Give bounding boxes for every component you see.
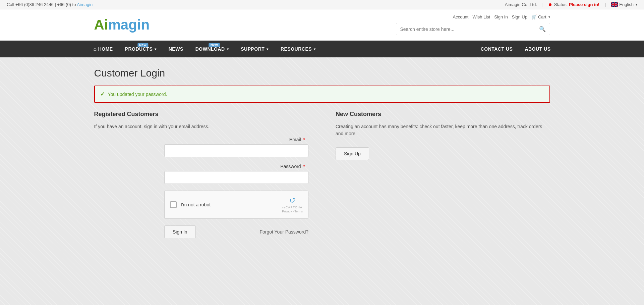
home-icon: ⌂ <box>94 46 97 52</box>
language-label: English <box>619 2 634 7</box>
status-label: Status: <box>554 2 568 7</box>
forgot-password-link[interactable]: Forgot Your Password? <box>259 229 308 235</box>
top-bar-left: Call +66 (0)86 246 2446 | +66 (0) to Aim… <box>7 2 93 7</box>
nav-item-download[interactable]: New DOWNLOAD ▾ <box>189 41 235 57</box>
signup-button[interactable]: Sign Up <box>336 147 369 160</box>
search-icon: 🔍 <box>539 26 546 32</box>
login-layout: Registered Customers If you have an acco… <box>94 111 550 238</box>
top-bar: Call +66 (0)86 246 2446 | +66 (0) to Aim… <box>0 0 644 9</box>
nav-contact-label: CONTACT US <box>481 46 513 52</box>
top-bar-right: Aimagin Co.,Ltd. | Status: Please sign i… <box>505 2 637 7</box>
email-field[interactable] <box>164 144 308 157</box>
success-text: You updated your password. <box>108 92 167 97</box>
status-container: Status: Please sign in! <box>549 2 599 7</box>
language-selector[interactable]: English ▾ <box>611 2 637 7</box>
nav-right: CONTACT US ABOUT US <box>475 41 557 57</box>
logo-part2: magin <box>108 17 150 33</box>
nav-item-contact[interactable]: CONTACT US <box>475 41 519 57</box>
wishlist-link[interactable]: Wish List <box>472 14 490 19</box>
nav-item-home[interactable]: ⌂ HOME <box>87 41 119 57</box>
nav-resources-label: RESOURCES <box>281 46 312 52</box>
nav-item-support[interactable]: SUPPORT ▾ <box>235 41 275 57</box>
logo-part1: Ai <box>94 17 108 33</box>
header-top-links: Account Wish List Sign In Sign Up 🛒 Cart… <box>453 14 550 19</box>
new-customers-title: New Customers <box>336 111 550 118</box>
new-customers-desc: Creating an account has many benefits: c… <box>336 123 550 137</box>
recaptcha-right: ↺ reCAPTCHA Privacy - Terms <box>282 196 303 213</box>
nav-news-label: NEWS <box>169 46 183 52</box>
nav-item-resources[interactable]: RESOURCES ▾ <box>275 41 322 57</box>
success-message: ✓ You updated your password. <box>94 86 550 103</box>
separator: | <box>542 2 543 7</box>
email-label: Email * <box>94 137 309 142</box>
new-customers-section: New Customers Creating an account has ma… <box>322 111 550 238</box>
registered-section-desc: If you have an account, sign in with you… <box>94 123 309 130</box>
language-chevron: ▾ <box>636 3 637 6</box>
download-chevron: ▾ <box>227 47 229 51</box>
cart-link[interactable]: 🛒 Cart ▾ <box>531 14 550 19</box>
email-form-group: Email * <box>94 137 309 157</box>
password-required: * <box>303 164 305 169</box>
recaptcha-left: I'm not a robot <box>170 201 211 208</box>
recaptcha-brand: reCAPTCHA <box>282 206 302 209</box>
registered-customers-section: Registered Customers If you have an acco… <box>94 111 309 238</box>
password-form-group: Password * <box>94 164 309 184</box>
recaptcha-privacy-link[interactable]: Privacy <box>282 210 292 213</box>
support-chevron: ▾ <box>267 47 269 51</box>
password-label: Password * <box>94 164 309 169</box>
header-right: Account Wish List Sign In Sign Up 🛒 Cart… <box>396 14 550 35</box>
recaptcha-checkbox[interactable] <box>170 201 177 208</box>
search-bar: 🔍 <box>396 23 550 35</box>
products-chevron: ▾ <box>155 47 157 51</box>
recaptcha-terms-link[interactable]: Terms <box>295 210 303 213</box>
status-value: Please sign in! <box>569 2 599 7</box>
header: Aimagin Account Wish List Sign In Sign U… <box>87 9 557 40</box>
email-required: * <box>303 137 305 142</box>
navigation: ⌂ HOME New PRODUCTS ▾ NEWS New DOWNLOAD … <box>0 41 644 57</box>
download-new-badge: New <box>209 43 220 47</box>
recaptcha-box: I'm not a robot ↺ reCAPTCHA Privacy - Te… <box>164 191 308 219</box>
recaptcha-label: I'm not a robot <box>181 202 211 207</box>
account-link[interactable]: Account <box>453 14 468 19</box>
recaptcha-logo: ↺ <box>289 196 295 205</box>
form-actions: Sign In Forgot Your Password? <box>164 225 308 238</box>
brand-link[interactable]: Aimagin <box>77 2 93 7</box>
cart-label: Cart <box>538 14 546 19</box>
logo[interactable]: Aimagin <box>94 17 150 33</box>
nav-support-label: SUPPORT <box>241 46 265 52</box>
call-text: Call +66 (0)86 246 2446 | +66 (0) to <box>7 2 76 7</box>
flag-icon <box>611 2 618 7</box>
status-dot <box>549 3 551 6</box>
password-field[interactable] <box>164 171 308 184</box>
nav: ⌂ HOME New PRODUCTS ▾ NEWS New DOWNLOAD … <box>87 41 557 57</box>
success-check-icon: ✓ <box>100 91 105 97</box>
nav-about-label: ABOUT US <box>525 46 550 52</box>
cart-icon: 🛒 <box>531 14 537 19</box>
search-input[interactable] <box>396 24 535 35</box>
main-content: Customer Login ✓ You updated your passwo… <box>87 57 557 248</box>
signin-link[interactable]: Sign In <box>494 14 508 19</box>
company-name: Aimagin Co.,Ltd. <box>505 2 537 7</box>
cart-chevron: ▾ <box>548 15 550 19</box>
nav-item-news[interactable]: NEWS <box>163 41 189 57</box>
nav-item-about[interactable]: ABOUT US <box>519 41 557 57</box>
search-button[interactable]: 🔍 <box>535 23 550 35</box>
separator2: | <box>605 2 606 7</box>
signin-button[interactable]: Sign In <box>164 225 196 238</box>
signup-link[interactable]: Sign Up <box>512 14 527 19</box>
recaptcha-links: Privacy - Terms <box>282 210 303 213</box>
resources-chevron: ▾ <box>314 47 316 51</box>
nav-item-products[interactable]: New PRODUCTS ▾ <box>119 41 163 57</box>
page-title: Customer Login <box>94 67 550 79</box>
nav-home-label: HOME <box>98 46 113 52</box>
products-new-badge: New <box>137 43 148 47</box>
registered-section-title: Registered Customers <box>94 111 309 118</box>
